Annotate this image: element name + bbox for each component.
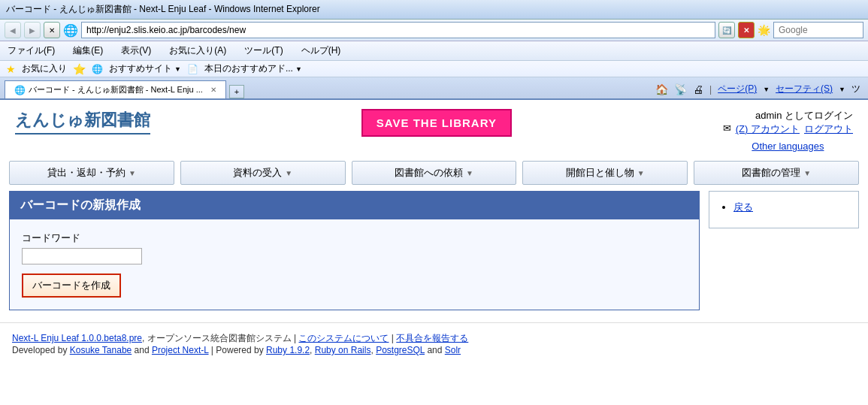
new-tab-button[interactable]: + (229, 85, 244, 98)
forward-button[interactable]: ▶ (24, 22, 41, 38)
ie-icon: 🌐 (63, 23, 78, 38)
report-bug-link[interactable]: 不具合を報告する (396, 333, 468, 343)
tab-close-icon[interactable]: ✕ (210, 86, 216, 94)
rails-link[interactable]: Ruby on Rails (315, 345, 371, 355)
page-button[interactable]: ページ(P) (718, 83, 757, 95)
project-next-l-link[interactable]: Project Next-L (152, 345, 209, 355)
form-panel: バーコードの新規作成 コードワード バーコードを作成 (9, 191, 700, 310)
nav-manage[interactable]: 図書館の管理 ▼ (694, 161, 859, 185)
side-panel-list: 戻る (718, 201, 849, 214)
menu-file[interactable]: ファイル(F) (5, 43, 58, 59)
stop-button[interactable]: ✕ (738, 22, 755, 38)
nav-chevron-2: ▼ (466, 169, 473, 177)
dropdown-icon2: ▼ (295, 65, 302, 73)
favorites-link[interactable]: お気に入り (22, 62, 67, 75)
rss-icon[interactable]: 📡 (674, 83, 687, 95)
user-greeting: admin としてログイン (723, 109, 853, 122)
nav-request-label: 図書館への依頼 (395, 166, 463, 180)
dropdown-icon: ▼ (174, 65, 181, 73)
nav-chevron-0: ▼ (129, 169, 136, 177)
user-links: ✉ (Z) アカウント ログアウト (723, 122, 853, 136)
tab-active[interactable]: 🌐 バーコード - えんじゅ新図書館 - Next-L Enju ... ✕ (5, 80, 226, 98)
nav-manage-label: 図書館の管理 (742, 166, 800, 180)
favorites-bar: ★ お気に入り ⭐ 🌐 おすすめサイト ▼ 📄 本日のおすすめアド... ▼ (0, 61, 868, 77)
menu-view[interactable]: 表示(V) (118, 43, 154, 59)
menu-tools[interactable]: ツール(T) (241, 43, 286, 59)
nav-calendar[interactable]: 開館日と催し物 ▼ (522, 161, 688, 185)
separator: | (709, 84, 712, 95)
menu-help[interactable]: ヘルプ(H) (298, 43, 344, 59)
print-icon[interactable]: 🖨 (693, 83, 703, 95)
ruby-link[interactable]: Ruby 1.9.2 (266, 345, 310, 355)
close-nav-button[interactable]: ✕ (44, 22, 60, 38)
main-area: バーコードの新規作成 コードワード バーコードを作成 戻る (0, 191, 868, 310)
address-bar[interactable] (81, 22, 715, 38)
code-word-label: コードワード (22, 231, 687, 245)
browser-title: バーコード - えんじゅ新図書館 - Next-L Enju Leaf - Wi… (6, 3, 320, 16)
other-languages-section: Other languages (723, 141, 853, 152)
browser-titlebar: バーコード - えんじゅ新図書館 - Next-L Enju Leaf - Wi… (0, 0, 868, 20)
nav-receive[interactable]: 資料の受入 ▼ (180, 161, 346, 185)
solr-link[interactable]: Solr (445, 345, 461, 355)
globe-icon2: 📄 (187, 64, 198, 74)
about-system-link[interactable]: このシステムについて (298, 333, 389, 343)
nav-request[interactable]: 図書館への依頼 ▼ (352, 161, 517, 185)
other-languages-link[interactable]: Other languages (752, 141, 824, 152)
footer-line2: Developed by Kosuke Tanabe and Project N… (12, 345, 856, 355)
recommended-link[interactable]: おすすめサイト ▼ (109, 62, 181, 75)
code-word-input[interactable] (22, 248, 142, 264)
browser-nav-bar: ◀ ▶ ✕ 🌐 🔄 ✕ 🌟 (0, 20, 868, 41)
menu-edit[interactable]: 編集(E) (70, 43, 106, 59)
tab-bar: 🌐 バーコード - えんじゅ新図書館 - Next-L Enju ... ✕ +… (0, 77, 868, 100)
envelope-icon: ✉ (723, 122, 731, 136)
site-title[interactable]: えんじゅ新図書館 (15, 109, 150, 134)
site-header: えんじゅ新図書館 SAVE THE LIBRARY admin としてログイン … (0, 100, 868, 155)
postgres-link[interactable]: PostgreSQL (376, 345, 425, 355)
footer: Next-L Enju Leaf 1.0.0.beta8.pre, オープンソー… (0, 322, 868, 364)
nav-loan-return[interactable]: 貸出・返却・予約 ▼ (9, 161, 174, 185)
menu-bar: ファイル(F) 編集(E) 表示(V) お気に入り(A) ツール(T) ヘルプ(… (0, 41, 868, 61)
today-link[interactable]: 本日のおすすめアド... ▼ (204, 62, 302, 75)
back-button[interactable]: ◀ (5, 22, 21, 38)
back-link[interactable]: 戻る (733, 201, 753, 213)
ie-tab-icon: 🌐 (14, 85, 26, 95)
nav-loan-label: 貸出・返却・予約 (47, 166, 126, 180)
nav-receive-label: 資料の受入 (233, 166, 282, 180)
footer-line1: Next-L Enju Leaf 1.0.0.beta8.pre, オープンソー… (12, 332, 856, 345)
star-icon: ★ (6, 63, 16, 75)
kosuke-tanabe-link[interactable]: Kosuke Tanabe (70, 345, 132, 355)
form-body: コードワード バーコードを作成 (10, 219, 699, 310)
page-content: えんじゅ新図書館 SAVE THE LIBRARY admin としてログイン … (0, 100, 868, 385)
safety-button[interactable]: セーフティ(S) (776, 83, 833, 95)
nav-chevron-3: ▼ (637, 169, 645, 177)
safety-dropdown[interactable]: ▼ (839, 86, 845, 93)
account-link[interactable]: (Z) アカウント (736, 122, 800, 136)
globe-icon: 🌐 (92, 64, 103, 74)
form-header: バーコードの新規作成 (10, 192, 699, 219)
nav-chevron-1: ▼ (285, 169, 292, 177)
menu-favorites[interactable]: お気に入り(A) (166, 43, 229, 59)
search-input[interactable] (773, 22, 863, 38)
page-dropdown[interactable]: ▼ (763, 86, 770, 93)
create-barcode-button[interactable]: バーコードを作成 (22, 274, 121, 298)
tab-label: バーコード - えんじゅ新図書館 - Next-L Enju ... (29, 84, 203, 95)
user-info: admin としてログイン ✉ (Z) アカウント ログアウト Other la… (723, 109, 853, 152)
side-panel: 戻る (709, 191, 859, 228)
enju-leaf-link[interactable]: Next-L Enju Leaf 1.0.0.beta8.pre (12, 333, 142, 343)
nav-menu: 貸出・返却・予約 ▼ 資料の受入 ▼ 図書館への依頼 ▼ 開館日と催し物 ▼ 図… (0, 155, 868, 191)
star-icon2: ⭐ (73, 63, 86, 75)
nav-calendar-label: 開館日と催し物 (566, 166, 634, 180)
logout-link[interactable]: ログアウト (804, 122, 853, 136)
save-the-library-banner: SAVE THE LIBRARY (361, 109, 512, 137)
nav-chevron-4: ▼ (803, 169, 811, 177)
refresh-button[interactable]: 🔄 (718, 22, 735, 38)
home-icon[interactable]: 🏠 (655, 83, 668, 95)
